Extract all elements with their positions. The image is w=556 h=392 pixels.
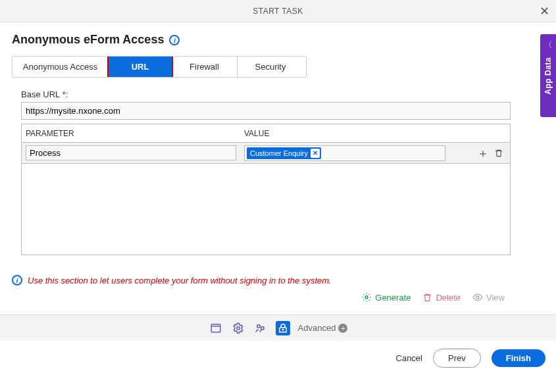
svg-point-7 — [282, 329, 284, 330]
add-row-icon[interactable]: ＋ — [477, 149, 489, 158]
advanced-toggle[interactable]: Advanced + — [298, 323, 348, 333]
tab-anonymous-access[interactable]: Anonymous Access — [13, 57, 109, 77]
tab-firewall[interactable]: Firewall — [172, 57, 238, 77]
generate-label: Generate — [375, 293, 411, 303]
base-url-input[interactable] — [21, 102, 511, 120]
chip-remove-icon[interactable]: ✕ — [311, 149, 320, 158]
hint-info-icon: i — [12, 275, 22, 285]
svg-point-0 — [365, 296, 368, 299]
hint-text: Use this section to let users complete y… — [28, 276, 332, 285]
base-url-label: Base URL *: — [12, 89, 544, 99]
gear-icon[interactable] — [231, 321, 245, 335]
svg-point-4 — [257, 324, 260, 328]
close-icon[interactable]: ✕ — [540, 4, 549, 18]
modal-header: START TASK ✕ — [0, 0, 556, 22]
view-label: View — [486, 293, 505, 303]
table-row: Customer Enquiry ✕ ＋ — [22, 143, 510, 164]
parameter-name-input[interactable] — [26, 145, 236, 160]
value-chip[interactable]: Customer Enquiry ✕ — [247, 147, 321, 159]
side-panel-label: App Data — [543, 57, 553, 95]
advanced-label: Advanced — [298, 323, 336, 333]
tab-url[interactable]: URL — [107, 56, 173, 78]
people-icon[interactable] — [253, 321, 268, 335]
column-header-parameter: PARAMETER — [22, 129, 240, 138]
hint-row: i Use this section to let users complete… — [12, 275, 544, 285]
svg-rect-2 — [211, 324, 220, 332]
footer: Cancel Prev Finish — [0, 341, 556, 375]
delete-button[interactable]: Delete — [422, 292, 461, 303]
svg-point-1 — [476, 296, 479, 299]
prev-button[interactable]: Prev — [433, 349, 481, 368]
page-title: Anonymous eForm Access — [12, 33, 164, 47]
finish-button[interactable]: Finish — [492, 349, 545, 367]
delete-row-icon[interactable] — [494, 149, 503, 158]
svg-point-3 — [236, 326, 240, 330]
parameter-table: PARAMETER VALUE Customer Enquiry ✕ ＋ — [21, 124, 511, 255]
column-header-value: VALUE — [240, 129, 269, 138]
lock-icon[interactable] — [276, 321, 290, 335]
step-bar: Advanced + — [0, 314, 556, 341]
tab-security[interactable]: Security — [238, 57, 303, 77]
content-area: Anonymous eForm Access i Anonymous Acces… — [0, 22, 556, 314]
chevron-left-icon: 〈 — [544, 39, 552, 51]
modal-title: START TASK — [253, 7, 303, 16]
delete-label: Delete — [436, 293, 461, 303]
plus-circle-icon: + — [338, 324, 347, 333]
cancel-button[interactable]: Cancel — [396, 353, 422, 363]
view-button[interactable]: View — [472, 292, 505, 303]
info-icon[interactable]: i — [169, 35, 180, 45]
side-panel-toggle[interactable]: 〈 App Data — [540, 34, 556, 117]
tab-bar: Anonymous Access URL Firewall Security — [12, 56, 307, 78]
parameter-value-input[interactable]: Customer Enquiry ✕ — [244, 145, 445, 161]
chip-label: Customer Enquiry — [250, 149, 308, 157]
generate-button[interactable]: Generate — [361, 292, 411, 303]
window-icon[interactable] — [209, 321, 223, 335]
